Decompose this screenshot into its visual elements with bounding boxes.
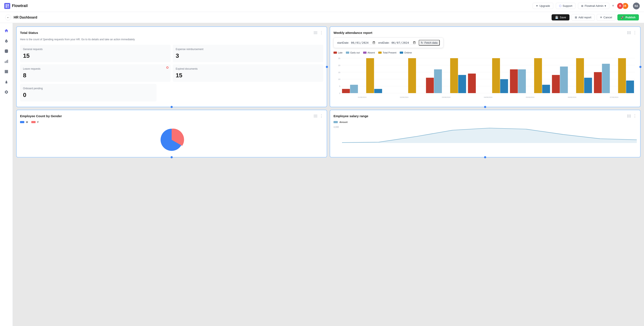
status-item-general: General requests 15: [20, 45, 170, 62]
status-item-onboard-wrapper: Onboard pending 0: [20, 84, 323, 101]
dashboard-main: Total Status ⋮ Here is the count of 2pen…: [13, 23, 644, 326]
start-date-input[interactable]: [351, 41, 376, 45]
plus-icon: +: [612, 4, 614, 8]
avatar-ra[interactable]: RA: [633, 3, 640, 9]
fetch-data-button[interactable]: ↻ Fetch data: [419, 40, 440, 46]
sidebar-item-settings[interactable]: [2, 88, 11, 96]
attendance-resize-right[interactable]: [639, 66, 642, 68]
leave-label: Leave requests: [23, 67, 168, 70]
status-item-onboard: Onboard pending 0: [20, 84, 156, 101]
salary-range-card: Employee salary range ⋮ Amount: [330, 110, 640, 157]
total-status-desc: Here is the count of 2pending requests f…: [20, 38, 323, 41]
salary-resize-bottom[interactable]: [484, 156, 486, 158]
sidebar-item-database[interactable]: [2, 47, 11, 55]
svg-text:05/06/2024: 05/06/2024: [526, 96, 534, 98]
svg-marker-59: [342, 128, 637, 143]
avatar-group: R R: [617, 3, 629, 9]
back-button[interactable]: ←: [5, 15, 11, 21]
legend-late-color: [334, 52, 337, 54]
sidebar-item-rocket[interactable]: [2, 37, 11, 45]
attendance-chart-card: Weekly attendance report ⋮ startDate:: [330, 27, 640, 107]
onboard-label: Onboard pending: [23, 87, 154, 90]
svg-text:5: 5: [339, 85, 340, 87]
svg-rect-29: [366, 58, 374, 93]
resize-handle-right[interactable]: [326, 66, 328, 68]
date-filter: startDate: endDate: ↻ Fetch data: [334, 38, 444, 48]
rocket-icon: 🚀: [621, 16, 624, 19]
male-legend-color: [20, 121, 24, 123]
publish-button[interactable]: 🚀 Publish: [618, 14, 639, 21]
legend-earlyout-color: [346, 52, 349, 54]
status-item-expense: Expense reimbursement 3: [173, 45, 323, 62]
svg-text:20: 20: [338, 64, 340, 67]
total-status-header: Total Status ⋮: [20, 30, 323, 35]
svg-rect-1: [8, 4, 9, 6]
end-date-field: endDate:: [378, 41, 416, 45]
svg-rect-39: [468, 74, 476, 93]
legend-total-present: Total Present: [378, 51, 396, 54]
attendance-resize-bottom[interactable]: [484, 106, 486, 108]
gender-menu-icon[interactable]: ⋮: [320, 114, 323, 118]
sidebar-item-robot[interactable]: [2, 78, 11, 86]
svg-rect-2: [6, 6, 7, 8]
salary-title: Employee salary range: [334, 114, 368, 118]
salary-header: Employee salary range ⋮: [334, 114, 637, 118]
add-icon: ⊞: [575, 16, 577, 19]
salary-menu-icon[interactable]: ⋮: [633, 114, 637, 118]
end-date-label: endDate:: [378, 41, 390, 44]
svg-rect-28: [350, 85, 358, 93]
upgrade-button[interactable]: ✦ Upgrade: [532, 3, 553, 9]
cancel-button[interactable]: ✕ Cancel: [597, 14, 615, 21]
svg-rect-41: [500, 79, 508, 93]
resize-handle-bottom[interactable]: [170, 106, 173, 108]
svg-rect-10: [6, 81, 7, 82]
card-menu-icon[interactable]: ⋮: [320, 30, 323, 35]
sidebar-item-table[interactable]: [2, 67, 11, 76]
svg-text:07/06/2024: 07/06/2024: [610, 96, 618, 98]
salary-drag-handle[interactable]: [628, 115, 631, 117]
leave-indicator: [166, 67, 168, 69]
gender-resize-bottom[interactable]: [170, 156, 173, 158]
employee-count-card: Employee Count by Gender ⋮ M F: [16, 110, 327, 157]
gender-drag-handle[interactable]: [314, 115, 317, 117]
general-label: General requests: [23, 48, 168, 51]
svg-rect-34: [426, 78, 434, 93]
end-date-input[interactable]: [391, 41, 416, 45]
sidebar-item-chart[interactable]: [2, 57, 11, 66]
attendance-title: Weekly attendance report: [334, 31, 372, 35]
flowtrail-admin-button[interactable]: ⊞ Flowtrail Admin ▾: [578, 3, 609, 9]
total-status-title: Total Status: [20, 31, 38, 35]
avatar-r1[interactable]: R: [617, 3, 624, 9]
status-item-expired: Expired documents 15: [173, 64, 323, 82]
legend-late: Late: [334, 51, 342, 54]
svg-rect-0: [6, 4, 7, 6]
legend-absent-color: [363, 52, 366, 54]
sidebar-item-home[interactable]: [2, 27, 11, 35]
svg-text:03/06/2024: 03/06/2024: [442, 96, 451, 98]
attendance-menu-icon[interactable]: ⋮: [633, 30, 637, 35]
nav-actions: ✦ Upgrade ⬡ Support ⊞ Flowtrail Admin ▾ …: [532, 3, 640, 9]
legend-absent: Absent: [363, 51, 375, 54]
sub-nav-left: ← HR Dashboard: [5, 15, 37, 21]
logo-icon: [4, 3, 10, 9]
svg-rect-48: [552, 75, 560, 93]
salary-y-label: 4,000: [334, 126, 339, 128]
page-title: HR Dashboard: [14, 16, 37, 19]
support-button[interactable]: ⬡ Support: [556, 3, 576, 9]
gender-pie-chart: [158, 126, 186, 154]
legend-ontime: Ontime: [400, 51, 412, 54]
svg-rect-37: [458, 75, 466, 93]
save-button[interactable]: 💾 Save: [552, 14, 570, 21]
legend-earlyout: Early out: [346, 51, 360, 54]
pie-chart-container: [20, 126, 323, 154]
add-report-button[interactable]: ⊞ Add report: [572, 14, 594, 21]
svg-rect-54: [602, 64, 610, 93]
attendance-drag-handle[interactable]: [628, 31, 631, 34]
svg-point-4: [6, 41, 6, 42]
drag-handle[interactable]: [314, 31, 317, 34]
svg-rect-7: [6, 61, 6, 63]
employee-count-title: Employee Count by Gender: [20, 114, 62, 118]
general-value: 15: [23, 53, 168, 59]
close-icon: ✕: [600, 16, 602, 19]
svg-rect-35: [434, 69, 442, 93]
